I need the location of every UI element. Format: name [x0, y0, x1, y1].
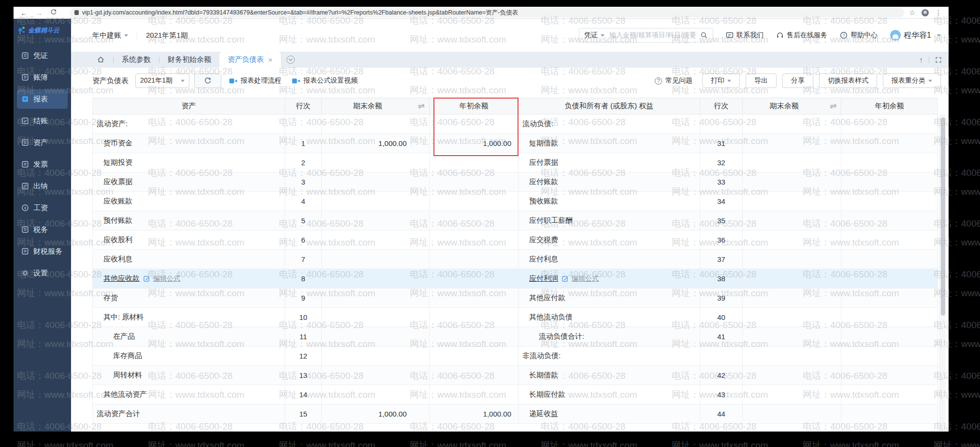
sidebar-item-finance-tax-services[interactable]: 财税服务	[17, 242, 68, 261]
formula-video-link[interactable]: 报表公式设置视频	[292, 76, 358, 85]
sidebar: 金蝶精斗云 凭证账簿报表结账资产发票出纳¥工资税务财税服务设置	[14, 19, 71, 432]
global-search-input[interactable]: 凭证 输入金额/核算项目/科目/摘要	[579, 28, 713, 43]
account-name-cell: 应付利息	[519, 250, 700, 269]
swap-columns-icon[interactable]: ⇌	[830, 101, 836, 111]
row-number-cell: 4	[285, 192, 322, 211]
reclassify-button[interactable]: 报表重分类	[883, 73, 941, 88]
help-center-link[interactable]: ? 帮助中心	[840, 31, 878, 40]
watermark-text: 网址：www.tdxsoft.com	[541, 439, 637, 447]
table-row: 应收账款4预收账款34	[93, 192, 938, 211]
collapse-up-icon[interactable]: ↑	[920, 56, 923, 64]
end-balance-cell	[743, 153, 826, 173]
row-number-cell	[700, 115, 743, 134]
account-name-cell: 库存商品	[93, 346, 285, 366]
row-number-cell: 39	[700, 288, 743, 308]
close-tab-icon[interactable]: ×	[268, 56, 273, 64]
faq-link[interactable]: ? 常见问题	[655, 76, 692, 85]
tab-system-params[interactable]: 系统参数	[114, 52, 159, 68]
edit-formula-link[interactable]: 编辑公式	[153, 274, 180, 282]
begin-balance-cell	[430, 269, 519, 288]
edit-formula-icon[interactable]	[562, 275, 568, 282]
sidebar-item-tax[interactable]: 税务	[17, 220, 68, 239]
account-name-cell: 应付利润编辑公式	[519, 269, 700, 288]
sidebar-item-payroll[interactable]: ¥工资	[17, 198, 68, 217]
end-balance-cell	[322, 211, 414, 231]
tab-balance-sheet[interactable]: 资产负债表 ×	[219, 52, 281, 68]
browser-menu-icon[interactable]: ⋮	[935, 9, 942, 16]
bookmark-star-icon[interactable]: ☆	[909, 9, 915, 16]
swap-spacer-cell	[414, 288, 430, 308]
sidebar-item-assets[interactable]: 资产	[17, 133, 68, 152]
swap-spacer-cell	[414, 173, 430, 192]
report-flow-link[interactable]: 报表处理流程	[229, 76, 281, 85]
row-number-cell: 33	[700, 173, 743, 192]
watermark-text: 网址：www.tdxsoft.com	[148, 439, 245, 447]
end-balance-cell	[743, 231, 826, 250]
swap-spacer-cell	[826, 366, 841, 385]
sidebar-item-label: 发票	[33, 160, 48, 169]
switch-style-button[interactable]: 切换报表样式	[819, 73, 877, 88]
watermark-text: 网址：www.tdxsoft.com	[279, 439, 375, 447]
share-button[interactable]: 分享	[782, 73, 813, 88]
account-name-cell: 应收账款	[93, 192, 285, 211]
sidebar-item-closing[interactable]: 结账	[17, 111, 68, 130]
swap-spacer-cell	[826, 288, 841, 308]
begin-balance-cell	[430, 231, 519, 250]
export-button[interactable]: 导出	[746, 73, 777, 88]
end-balance-cell	[743, 366, 826, 385]
after-sales-service-link[interactable]: 售后在线服务	[776, 31, 827, 40]
swap-spacer-cell	[414, 115, 430, 134]
table-row: 其他应收款编辑公式8应付利润编辑公式38	[93, 269, 938, 288]
contact-us-link[interactable]: 联系我们	[726, 31, 764, 40]
row-number-cell: 2	[285, 153, 322, 173]
table-row: 其他流动资产14长期应付款43	[93, 385, 938, 404]
browser-profile-icon[interactable]	[922, 9, 929, 16]
back-button[interactable]: ←	[20, 9, 28, 16]
account-link[interactable]: 应付利润	[529, 274, 558, 282]
account-mode-select[interactable]: 年中建账	[92, 31, 121, 40]
swap-spacer-cell	[826, 231, 841, 250]
sidebar-item-invoices[interactable]: 发票	[17, 155, 68, 174]
table-row: 应收股利6应交税费36	[93, 231, 938, 250]
account-link[interactable]: 其他应收款	[103, 274, 140, 282]
address-bar[interactable]: vip1-gd.jdy.com/accounting/index.html?db…	[70, 8, 904, 17]
chat-icon	[726, 31, 734, 39]
sidebar-item-settings[interactable]: 设置	[17, 263, 68, 283]
row-number-cell: 43	[700, 385, 743, 404]
fullscreen-icon[interactable]	[935, 57, 942, 63]
period-select[interactable]: 2021年1期	[135, 73, 189, 88]
user-menu[interactable]: 程华容1	[890, 30, 941, 41]
scrollbar-thumb[interactable]	[941, 117, 945, 316]
account-name-cell: 在产品	[93, 327, 285, 346]
search-category-select[interactable]: 凭证	[584, 31, 605, 40]
swap-spacer-cell	[826, 115, 841, 134]
swap-spacer-cell	[414, 153, 430, 173]
swap-spacer-cell	[826, 269, 841, 288]
tab-list-dropdown[interactable]	[287, 56, 295, 64]
tab-home[interactable]	[88, 52, 113, 68]
swap-spacer-cell	[414, 192, 430, 211]
edit-formula-icon[interactable]	[144, 275, 150, 282]
end-balance-cell	[322, 153, 414, 173]
sidebar-item-books[interactable]: 账簿	[17, 68, 68, 87]
sidebar-item-label: 设置	[33, 269, 48, 278]
edit-formula-link[interactable]: 编辑公式	[572, 274, 599, 282]
refresh-button[interactable]	[194, 73, 221, 88]
forward-button[interactable]: →	[35, 9, 43, 16]
sidebar-item-reports[interactable]: 报表	[17, 89, 68, 109]
tab-initial-balance[interactable]: 财务初始余额	[159, 52, 219, 68]
search-icon[interactable]	[700, 31, 708, 39]
swap-columns-icon[interactable]: ⇌	[418, 101, 425, 111]
end-balance-cell	[322, 308, 414, 327]
sidebar-item-cashier[interactable]: 出纳	[17, 176, 68, 196]
sidebar-item-vouchers[interactable]: 凭证	[17, 46, 68, 65]
print-button[interactable]: 打印	[702, 73, 740, 88]
vertical-scrollbar[interactable]	[939, 115, 946, 431]
watermark-text: 网址：www.tdxsoft.com	[17, 439, 114, 447]
table-row: 库存商品12非流动负债:	[93, 346, 938, 366]
chevron-down-icon	[937, 34, 941, 39]
reload-button[interactable]	[50, 9, 57, 16]
video-icon	[292, 78, 300, 84]
row-number-cell: 31	[700, 134, 743, 153]
site-info-icon[interactable]	[74, 10, 79, 15]
